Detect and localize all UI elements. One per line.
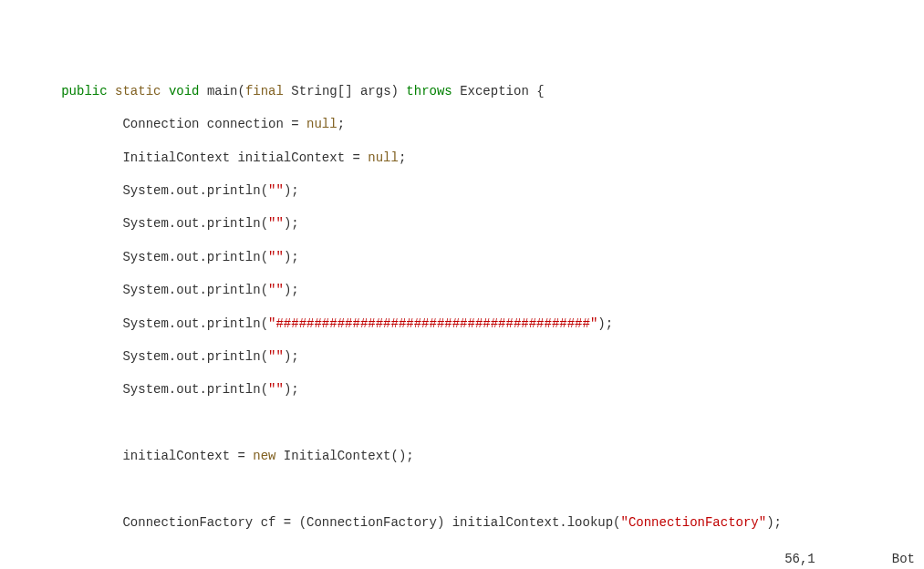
code-line: System.out.println("");: [0, 381, 924, 398]
status-bar: 56,1 Bot: [769, 534, 915, 567]
scroll-indicator: Bot: [892, 552, 915, 566]
code-line: [0, 415, 924, 431]
cursor-position: 56,1: [784, 552, 815, 566]
code-line: System.out.println("");: [0, 215, 924, 232]
code-line: System.out.println("");: [0, 249, 924, 265]
code-line: System.out.println("");: [0, 282, 924, 298]
code-line: System.out.println("");: [0, 182, 924, 199]
code-line: [0, 481, 924, 497]
code-line: System.out.println("####################…: [0, 316, 924, 332]
code-line: System.out.println("");: [0, 348, 924, 365]
code-line: public static void main(final String[] a…: [0, 83, 924, 99]
code-line: InitialContext initialContext = null;: [0, 150, 924, 166]
code-line: initialContext = new InitialContext();: [0, 448, 924, 464]
code-line: ConnectionFactory cf = (ConnectionFactor…: [0, 514, 924, 531]
code-line: Connection connection = null;: [0, 116, 924, 132]
code-editor[interactable]: public static void main(final String[] a…: [0, 67, 924, 569]
